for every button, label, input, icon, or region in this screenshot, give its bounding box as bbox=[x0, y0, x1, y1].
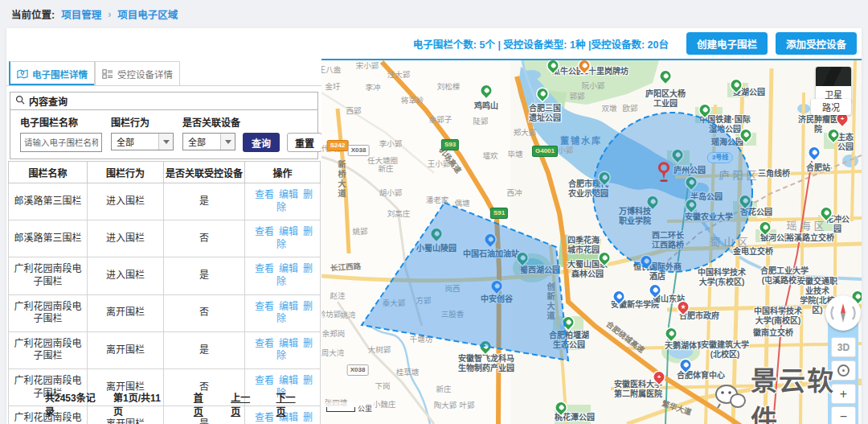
map-poi-pin bbox=[597, 170, 612, 184]
row-action-link[interactable]: 查看 bbox=[255, 263, 274, 274]
road-badge: X038 bbox=[347, 364, 369, 376]
tab-bar: 电子围栏详情 受控设备详情 bbox=[6, 60, 321, 86]
fence-table: 围栏名称 围栏行为 是否关联受控设备 操作 郎溪路第三围栏 进入围栏 是 查看编… bbox=[8, 161, 321, 424]
row-action-link[interactable]: 编辑 bbox=[279, 301, 298, 312]
first-page-link[interactable]: 首页 bbox=[194, 390, 210, 418]
fence-linked: 是 bbox=[164, 331, 245, 368]
view-3d-button[interactable]: 3D bbox=[831, 337, 856, 357]
fence-behavior-select[interactable]: 全部 bbox=[111, 133, 174, 150]
map-label: 西二环长 江西路桥 bbox=[652, 231, 684, 250]
zoom-out-button[interactable]: − bbox=[831, 406, 856, 424]
table-row: 广利花园南段电子围栏 进入围栏 是 查看编辑删除 bbox=[9, 257, 321, 294]
map-poi-pin bbox=[670, 147, 685, 162]
map-label: 董铺水库 bbox=[560, 136, 602, 146]
map-label: 生态公园 bbox=[837, 133, 854, 152]
map-poi-pin bbox=[819, 205, 833, 220]
row-action-link[interactable]: 查看 bbox=[255, 301, 274, 312]
map-label: 王小郢 bbox=[428, 159, 451, 168]
table-row: 郎溪路第三围栏 进入围栏 是 查看编辑删除 bbox=[9, 183, 321, 220]
map-poi-pin bbox=[554, 400, 568, 414]
reset-button[interactable]: 重置 bbox=[287, 133, 322, 152]
map-label: 刘松棵 bbox=[437, 82, 461, 91]
tab-fence-details[interactable]: 电子围栏详情 bbox=[9, 61, 95, 85]
map-label: 徽南立交桥 bbox=[753, 328, 793, 338]
map-poi-pin bbox=[612, 289, 626, 303]
row-action-link[interactable]: 编辑 bbox=[279, 375, 298, 386]
map-label: 合肥市政府 bbox=[679, 311, 719, 321]
zoom-in-button[interactable]: + bbox=[831, 384, 856, 404]
map-poi-pin bbox=[826, 127, 841, 142]
fence-behavior: 进入围栏 bbox=[88, 257, 164, 294]
map-poi-pin bbox=[639, 253, 653, 268]
fence-behavior: 离开围栏 bbox=[88, 331, 164, 368]
map-label: 瑶海区 bbox=[786, 220, 827, 233]
row-action-link[interactable]: 编辑 bbox=[279, 338, 298, 349]
linked-device-select[interactable]: 全部 bbox=[182, 133, 235, 150]
search-button[interactable]: 查询 bbox=[243, 133, 280, 152]
row-action-link[interactable]: 查看 bbox=[255, 338, 274, 349]
map-poi-pin: ★ bbox=[676, 299, 690, 314]
map-label: 庐阳区大杨 工业园 bbox=[645, 89, 686, 109]
compass-control[interactable] bbox=[825, 295, 861, 331]
field-fence-name: 电子围栏名称 bbox=[20, 115, 102, 152]
row-action-link[interactable]: 编辑 bbox=[279, 263, 298, 274]
map-label: 黔坊郢 bbox=[321, 310, 341, 319]
map-poi-pin bbox=[678, 357, 693, 372]
map-label: 秦大郢 bbox=[383, 298, 406, 307]
fence-name-input[interactable] bbox=[20, 133, 102, 152]
road-badge: 3号线 bbox=[707, 152, 733, 163]
map-label: 周大湾 bbox=[321, 348, 344, 357]
tab-device-details-label: 受控设备详情 bbox=[117, 68, 173, 80]
satellite-toggle[interactable]: 卫星 bbox=[816, 67, 851, 103]
table-row: 广利花园南段电子围栏 离开围栏 否 查看编辑删除 bbox=[9, 294, 321, 331]
create-fence-button[interactable]: 创建电子围栏 bbox=[686, 32, 768, 55]
locate-button[interactable] bbox=[831, 360, 856, 381]
map-label: 合肥站 bbox=[806, 163, 830, 173]
breadcrumb: 当前位置: 项目管理 › 项目电子区域 bbox=[0, 0, 868, 28]
map-label: 新桥大道 bbox=[336, 160, 346, 199]
row-action-link[interactable]: 查看 bbox=[255, 189, 274, 200]
map-label: 王八盎 bbox=[321, 65, 341, 74]
map-canvas[interactable]: 王八盎宋小郢汪大郢金圩李冲西郢将军岭刘松棵余郢子陡郢郑大郢毕塘王小郢代大郢李小郢… bbox=[321, 60, 862, 424]
map-label: 合肥体育中心 bbox=[677, 371, 725, 381]
map-label: 下岗 bbox=[375, 381, 390, 390]
traffic-toggle[interactable]: 路况 bbox=[811, 99, 851, 115]
map-label: 刘高庄 bbox=[387, 209, 411, 218]
row-action-link[interactable]: 查看 bbox=[255, 375, 274, 386]
fence-name: 广利花园南段电子围栏 bbox=[9, 294, 88, 331]
map-label: 中安创谷 bbox=[481, 294, 513, 304]
row-action-link[interactable]: 编辑 bbox=[279, 226, 298, 237]
map-label: 鸡鸣山 bbox=[474, 101, 498, 111]
map-column: 电子围栏个数: 5个 | 受控设备类型: 1种 |受控设备数: 20台 创建电子… bbox=[321, 28, 862, 424]
map-poi-pin bbox=[535, 86, 550, 101]
fence-behavior: 进入围栏 bbox=[88, 220, 164, 257]
row-action-link[interactable]: 查看 bbox=[255, 226, 274, 237]
add-device-button[interactable]: 添加受控设备 bbox=[776, 32, 857, 55]
linked-device-label: 是否关联设备 bbox=[182, 115, 322, 129]
breadcrumb-item-electronic-area[interactable]: 项目电子区域 bbox=[117, 6, 178, 22]
list-icon bbox=[102, 68, 113, 80]
fence-behavior: 离开围栏 bbox=[88, 294, 164, 331]
fence-linked: 是 bbox=[164, 257, 245, 294]
col-fence-behavior: 围栏行为 bbox=[88, 162, 164, 183]
map-label: 赵洼 bbox=[330, 291, 345, 300]
screen: 当前位置: 项目管理 › 项目电子区域 电子围栏详情 受控设备详情 bbox=[0, 0, 868, 424]
tab-device-details[interactable]: 受控设备详情 bbox=[95, 61, 180, 85]
next-page-link[interactable]: 下一页 bbox=[276, 390, 301, 418]
prev-page-link[interactable]: 上一页 bbox=[231, 390, 255, 418]
field-linked-device: 是否关联设备 全部 查询 重置 bbox=[182, 115, 322, 152]
fence-name: 郎溪路第三围栏 bbox=[9, 183, 88, 220]
map-poi-pin: + bbox=[652, 369, 666, 384]
fence-linked: 是 bbox=[164, 183, 245, 220]
map-label: 方郢 bbox=[416, 296, 431, 305]
row-actions: 查看编辑删除 bbox=[245, 331, 321, 368]
map-label: 西冲 bbox=[506, 188, 522, 197]
map-label: 大树郢 bbox=[368, 345, 391, 354]
map-label: 花冲公园 bbox=[825, 215, 850, 234]
row-action-link[interactable]: 编辑 bbox=[279, 189, 298, 200]
table-header-row: 围栏名称 围栏行为 是否关联受控设备 操作 bbox=[9, 162, 321, 183]
pagination: 共2453条记录 第1页/共11页 首页 上一页 下一页 bbox=[6, 390, 321, 418]
breadcrumb-item-project-management[interactable]: 项目管理 bbox=[61, 6, 101, 22]
road-badge: G4001 bbox=[532, 146, 558, 157]
map-label: 万博科技 职业学院 bbox=[619, 207, 651, 226]
